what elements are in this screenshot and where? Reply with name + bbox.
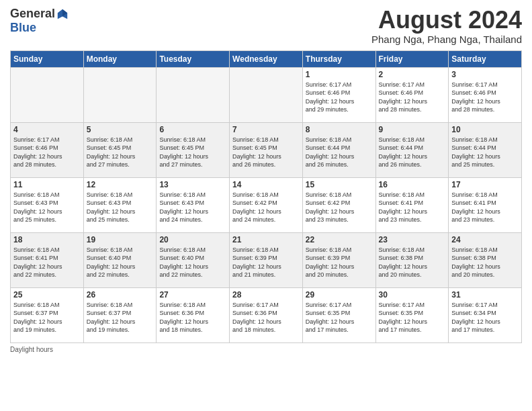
calendar-cell: 30Sunrise: 6:17 AM Sunset: 6:35 PM Dayli…	[375, 287, 449, 342]
title-section: August 2024 Phang Nga, Phang Nga, Thaila…	[371, 7, 522, 45]
day-info: Sunrise: 6:17 AM Sunset: 6:36 PM Dayligh…	[232, 301, 300, 334]
calendar-cell: 25Sunrise: 6:18 AM Sunset: 6:37 PM Dayli…	[11, 287, 84, 342]
calendar-row-2: 4Sunrise: 6:17 AM Sunset: 6:46 PM Daylig…	[11, 122, 522, 177]
logo-general-text: General	[10, 7, 55, 21]
day-info: Sunrise: 6:18 AM Sunset: 6:45 PM Dayligh…	[87, 136, 154, 169]
calendar-cell: 6Sunrise: 6:18 AM Sunset: 6:45 PM Daylig…	[157, 122, 230, 177]
calendar-cell: 10Sunrise: 6:18 AM Sunset: 6:44 PM Dayli…	[449, 122, 522, 177]
calendar-cell: 3Sunrise: 6:17 AM Sunset: 6:46 PM Daylig…	[449, 67, 522, 122]
day-number: 18	[13, 235, 81, 244]
calendar-cell: 20Sunrise: 6:18 AM Sunset: 6:40 PM Dayli…	[157, 232, 230, 287]
day-info: Sunrise: 6:18 AM Sunset: 6:44 PM Dayligh…	[379, 136, 446, 169]
col-tuesday: Tuesday	[157, 50, 230, 67]
calendar-cell: 5Sunrise: 6:18 AM Sunset: 6:45 PM Daylig…	[83, 122, 157, 177]
day-info: Sunrise: 6:18 AM Sunset: 6:43 PM Dayligh…	[87, 191, 154, 224]
day-number: 12	[87, 180, 154, 189]
calendar-row-1: 1Sunrise: 6:17 AM Sunset: 6:46 PM Daylig…	[11, 67, 522, 122]
day-number: 19	[87, 235, 154, 244]
calendar-cell: 24Sunrise: 6:18 AM Sunset: 6:38 PM Dayli…	[449, 232, 522, 287]
day-info: Sunrise: 6:18 AM Sunset: 6:44 PM Dayligh…	[306, 136, 373, 169]
calendar-cell: 28Sunrise: 6:17 AM Sunset: 6:36 PM Dayli…	[230, 287, 303, 342]
calendar-cell: 11Sunrise: 6:18 AM Sunset: 6:43 PM Dayli…	[11, 177, 84, 232]
calendar-cell: 2Sunrise: 6:17 AM Sunset: 6:46 PM Daylig…	[375, 67, 449, 122]
calendar-row-5: 25Sunrise: 6:18 AM Sunset: 6:37 PM Dayli…	[11, 287, 522, 342]
day-info: Sunrise: 6:18 AM Sunset: 6:41 PM Dayligh…	[451, 191, 519, 224]
day-number: 14	[232, 180, 300, 189]
day-number: 27	[159, 290, 226, 300]
header-row: Sunday Monday Tuesday Wednesday Thursday…	[11, 50, 522, 67]
day-number: 30	[379, 290, 446, 300]
day-info: Sunrise: 6:18 AM Sunset: 6:43 PM Dayligh…	[159, 191, 226, 224]
day-number: 31	[451, 290, 519, 300]
header: General Blue August 2024 Phang Nga, Phan…	[10, 7, 522, 45]
day-number: 6	[159, 125, 226, 134]
calendar-cell: 8Sunrise: 6:18 AM Sunset: 6:44 PM Daylig…	[302, 122, 375, 177]
calendar-cell: 13Sunrise: 6:18 AM Sunset: 6:43 PM Dayli…	[157, 177, 230, 232]
day-number: 3	[451, 70, 519, 79]
day-info: Sunrise: 6:17 AM Sunset: 6:34 PM Dayligh…	[451, 301, 519, 334]
calendar-cell	[230, 67, 303, 122]
day-info: Sunrise: 6:18 AM Sunset: 6:40 PM Dayligh…	[87, 246, 154, 279]
day-number: 23	[379, 235, 446, 244]
footer-note: Daylight hours	[10, 346, 522, 353]
day-number: 17	[451, 180, 519, 189]
day-info: Sunrise: 6:18 AM Sunset: 6:37 PM Dayligh…	[13, 301, 81, 334]
calendar-cell: 19Sunrise: 6:18 AM Sunset: 6:40 PM Dayli…	[83, 232, 157, 287]
day-number: 15	[306, 180, 373, 189]
day-number: 4	[13, 125, 81, 134]
day-number: 7	[232, 125, 300, 134]
day-info: Sunrise: 6:17 AM Sunset: 6:46 PM Dayligh…	[306, 81, 373, 114]
day-number: 29	[306, 290, 373, 300]
day-info: Sunrise: 6:18 AM Sunset: 6:44 PM Dayligh…	[451, 136, 519, 169]
day-number: 24	[451, 235, 519, 244]
calendar-cell: 12Sunrise: 6:18 AM Sunset: 6:43 PM Dayli…	[83, 177, 157, 232]
day-number: 2	[379, 70, 446, 79]
calendar-cell: 27Sunrise: 6:18 AM Sunset: 6:36 PM Dayli…	[157, 287, 230, 342]
calendar-row-3: 11Sunrise: 6:18 AM Sunset: 6:43 PM Dayli…	[11, 177, 522, 232]
day-info: Sunrise: 6:17 AM Sunset: 6:46 PM Dayligh…	[379, 81, 446, 114]
calendar-table: Sunday Monday Tuesday Wednesday Thursday…	[10, 50, 522, 343]
day-number: 22	[306, 235, 373, 244]
calendar-cell: 29Sunrise: 6:17 AM Sunset: 6:35 PM Dayli…	[302, 287, 375, 342]
day-number: 16	[379, 180, 446, 189]
day-info: Sunrise: 6:17 AM Sunset: 6:35 PM Dayligh…	[306, 301, 373, 334]
location: Phang Nga, Phang Nga, Thailand	[371, 34, 522, 45]
day-number: 20	[159, 235, 226, 244]
day-number: 13	[159, 180, 226, 189]
day-number: 11	[13, 180, 81, 189]
calendar-cell: 1Sunrise: 6:17 AM Sunset: 6:46 PM Daylig…	[302, 67, 375, 122]
calendar-cell: 23Sunrise: 6:18 AM Sunset: 6:38 PM Dayli…	[375, 232, 449, 287]
calendar-cell: 22Sunrise: 6:18 AM Sunset: 6:39 PM Dayli…	[302, 232, 375, 287]
logo: General Blue	[10, 7, 69, 35]
calendar-cell: 17Sunrise: 6:18 AM Sunset: 6:41 PM Dayli…	[449, 177, 522, 232]
day-info: Sunrise: 6:17 AM Sunset: 6:46 PM Dayligh…	[13, 136, 81, 169]
day-info: Sunrise: 6:18 AM Sunset: 6:39 PM Dayligh…	[306, 246, 373, 279]
col-sunday: Sunday	[11, 50, 84, 67]
calendar-cell: 4Sunrise: 6:17 AM Sunset: 6:46 PM Daylig…	[11, 122, 84, 177]
calendar-cell: 7Sunrise: 6:18 AM Sunset: 6:45 PM Daylig…	[230, 122, 303, 177]
day-info: Sunrise: 6:18 AM Sunset: 6:43 PM Dayligh…	[13, 191, 81, 224]
calendar-cell: 31Sunrise: 6:17 AM Sunset: 6:34 PM Dayli…	[449, 287, 522, 342]
calendar-cell	[83, 67, 157, 122]
day-number: 21	[232, 235, 300, 244]
calendar-cell: 16Sunrise: 6:18 AM Sunset: 6:41 PM Dayli…	[375, 177, 449, 232]
day-number: 1	[306, 70, 373, 79]
day-number: 26	[87, 290, 154, 300]
calendar-cell: 21Sunrise: 6:18 AM Sunset: 6:39 PM Dayli…	[230, 232, 303, 287]
calendar-cell: 15Sunrise: 6:18 AM Sunset: 6:42 PM Dayli…	[302, 177, 375, 232]
day-number: 5	[87, 125, 154, 134]
calendar-cell: 26Sunrise: 6:18 AM Sunset: 6:37 PM Dayli…	[83, 287, 157, 342]
day-info: Sunrise: 6:18 AM Sunset: 6:38 PM Dayligh…	[451, 246, 519, 279]
col-monday: Monday	[83, 50, 157, 67]
day-info: Sunrise: 6:18 AM Sunset: 6:38 PM Dayligh…	[379, 246, 446, 279]
col-saturday: Saturday	[449, 50, 522, 67]
day-info: Sunrise: 6:18 AM Sunset: 6:39 PM Dayligh…	[232, 246, 300, 279]
day-number: 10	[451, 125, 519, 134]
col-thursday: Thursday	[302, 50, 375, 67]
page-container: General Blue August 2024 Phang Nga, Phan…	[0, 0, 532, 357]
day-info: Sunrise: 6:18 AM Sunset: 6:41 PM Dayligh…	[13, 246, 81, 279]
day-info: Sunrise: 6:18 AM Sunset: 6:36 PM Dayligh…	[159, 301, 226, 334]
day-info: Sunrise: 6:18 AM Sunset: 6:41 PM Dayligh…	[379, 191, 446, 224]
day-number: 9	[379, 125, 446, 134]
logo-icon	[56, 8, 69, 20]
